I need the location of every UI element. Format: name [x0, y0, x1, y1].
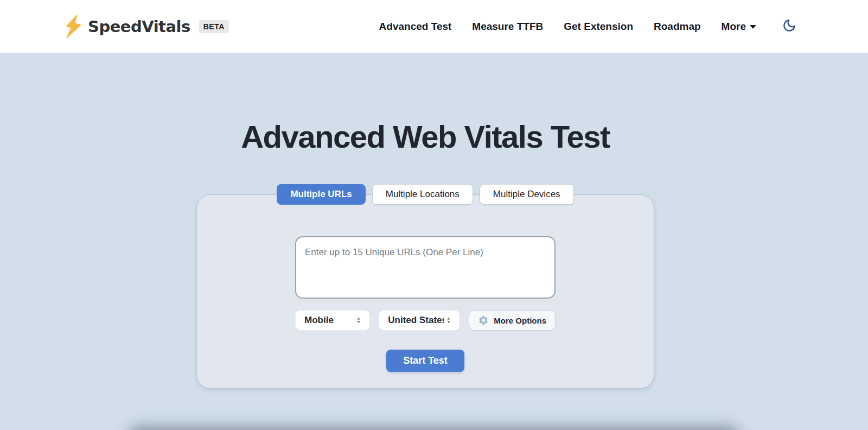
brand-name: SpeedVitals — [88, 17, 190, 36]
main-content: Advanced Web Vitals Test Multiple URLs M… — [0, 53, 868, 430]
start-test-button[interactable]: Start Test — [386, 350, 464, 372]
nav-advanced-test-label: Advanced Test — [379, 21, 452, 33]
moon-icon — [782, 18, 796, 35]
device-select[interactable]: Mobile — [295, 310, 370, 331]
more-options-button[interactable]: More Options — [469, 310, 556, 331]
nav-measure-ttfb-label: Measure TTFB — [472, 21, 543, 33]
tab-multiple-devices[interactable]: Multiple Devices — [480, 184, 574, 205]
urls-input[interactable] — [295, 236, 556, 299]
unfold-arrows-icon — [354, 316, 363, 325]
nav-more-dropdown[interactable]: More — [722, 21, 756, 33]
more-options-label: More Options — [494, 316, 546, 325]
brand-logo[interactable]: SpeedVitals BETA — [64, 15, 229, 39]
unfold-arrows-icon — [444, 316, 453, 325]
test-mode-tabs: Multiple URLs Multiple Locations Multipl… — [196, 184, 654, 205]
tab-multiple-locations-label: Multiple Locations — [386, 189, 459, 200]
dark-mode-toggle[interactable] — [782, 18, 796, 35]
nav-get-extension[interactable]: Get Extension — [564, 21, 633, 33]
nav-advanced-test[interactable]: Advanced Test — [379, 21, 452, 33]
nav-roadmap[interactable]: Roadmap — [654, 21, 701, 33]
page-title: Advanced Web Vitals Test — [196, 53, 654, 155]
lightning-bolt-icon — [64, 15, 82, 39]
nav-roadmap-label: Roadmap — [654, 21, 701, 33]
nav-measure-ttfb[interactable]: Measure TTFB — [472, 21, 543, 33]
location-select[interactable]: United States — [379, 310, 460, 331]
header: SpeedVitals BETA Advanced Test Measure T… — [0, 0, 868, 53]
nav-get-extension-label: Get Extension — [564, 21, 633, 33]
location-select-value: United States — [388, 315, 444, 326]
test-config-card: Mobile United States — [196, 194, 654, 389]
gear-icon — [478, 315, 489, 326]
device-select-value: Mobile — [304, 315, 354, 326]
main-nav: Advanced Test Measure TTFB Get Extension… — [379, 21, 756, 33]
tab-multiple-devices-label: Multiple Devices — [493, 189, 560, 200]
chevron-down-icon — [750, 25, 756, 29]
tab-multiple-locations[interactable]: Multiple Locations — [372, 184, 473, 205]
options-row: Mobile United States — [295, 310, 556, 331]
nav-more-label: More — [722, 21, 746, 33]
beta-badge: BETA — [199, 20, 229, 33]
tab-multiple-urls[interactable]: Multiple URLs — [277, 184, 365, 205]
below-fold-shadow — [127, 426, 741, 430]
tab-multiple-urls-label: Multiple URLs — [290, 189, 352, 200]
